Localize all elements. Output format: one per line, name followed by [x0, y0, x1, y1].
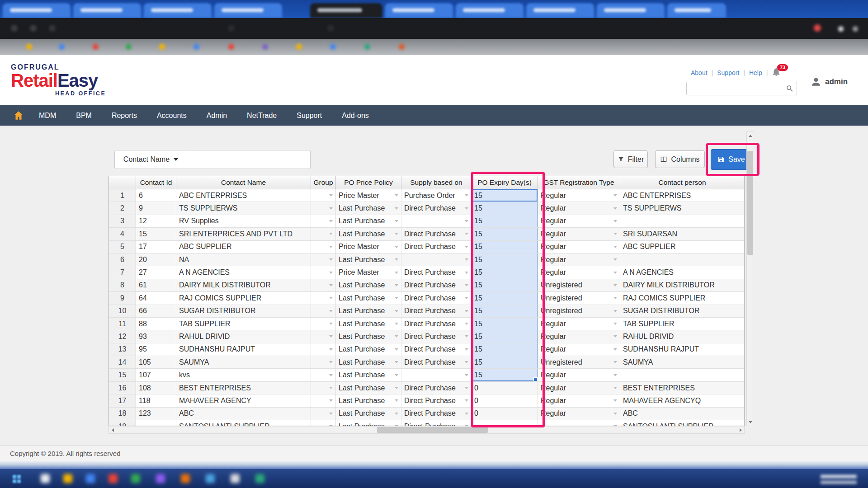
browser-tab[interactable] — [667, 3, 726, 18]
help-link[interactable]: Help — [749, 69, 762, 76]
cell-group[interactable] — [311, 369, 336, 381]
cell-row-number[interactable]: 18 — [109, 408, 136, 420]
cell-policy[interactable]: Last Purchase — [336, 369, 401, 381]
cell-row-number[interactable]: 3 — [109, 215, 136, 228]
cell-supply[interactable]: Direct Purchase — [401, 420, 472, 426]
cell-policy[interactable]: Last Purchase — [336, 228, 401, 240]
cell-gst[interactable]: Regular — [538, 408, 620, 420]
cell-row-number[interactable]: 8 — [109, 279, 136, 292]
cell-contact-name[interactable]: kvs — [176, 369, 311, 381]
cell-contact-name[interactable]: BEST ENTERPRISES — [176, 382, 311, 394]
cell-expiry[interactable]: 15 — [472, 253, 538, 266]
cell-contact-name[interactable]: ABC SUPPLIER — [176, 241, 311, 253]
cell-group[interactable] — [311, 394, 336, 407]
cell-person[interactable]: SANTOSH ANTI SUPPLIER — [620, 420, 744, 426]
cell-contact-name[interactable]: TS SUPPLIERWS — [176, 202, 311, 215]
cell-supply[interactable]: Direct Purchase — [401, 279, 472, 292]
column-header-group[interactable]: Group — [311, 176, 336, 189]
about-link[interactable]: About — [691, 69, 708, 76]
cell-row-number[interactable]: 7 — [109, 266, 136, 279]
cell-expiry[interactable]: 15 — [472, 330, 538, 343]
cell-supply[interactable]: Direct Purchase — [401, 330, 472, 343]
cell-gst[interactable] — [538, 420, 620, 426]
cell-gst[interactable]: Regular — [538, 382, 620, 394]
cell-contact-id[interactable]: 107 — [136, 369, 176, 381]
cell-contact-id[interactable]: 93 — [136, 330, 176, 343]
nav-item-admin[interactable]: Admin — [197, 105, 237, 126]
cell-contact-name[interactable]: TAB SUPPLIER — [176, 318, 311, 330]
cell-row-number[interactable]: 15 — [109, 369, 136, 381]
cell-contact-id[interactable]: 6 — [136, 189, 176, 202]
cell-policy[interactable]: Last Purchase — [336, 215, 401, 228]
cell-expiry[interactable]: 15 — [472, 202, 538, 215]
column-header-po-expiry-days[interactable]: PO Expiry Day(s) — [472, 176, 538, 189]
nav-item-mdm[interactable]: MDM — [29, 105, 66, 126]
nav-item-support[interactable]: Support — [287, 105, 332, 126]
cell-person[interactable]: A N AGENCIES — [620, 266, 744, 279]
cell-expiry[interactable]: 15 — [472, 266, 538, 279]
cell-row-number[interactable]: 19 — [109, 420, 136, 426]
cell-gst[interactable]: Unregistered — [538, 356, 620, 369]
cell-contact-id[interactable]: 105 — [136, 356, 176, 369]
cell-group[interactable] — [311, 343, 336, 356]
horizontal-scrollbar[interactable] — [108, 426, 745, 434]
cell-policy[interactable]: Last Purchase — [336, 330, 401, 343]
column-header-contact-name[interactable]: Contact Name — [176, 176, 311, 189]
scroll-up-arrow[interactable] — [747, 132, 754, 139]
cell-group[interactable] — [311, 266, 336, 279]
cell-group[interactable] — [311, 382, 336, 394]
cell-person[interactable]: SAUMYA — [620, 356, 744, 369]
cell-policy[interactable]: Price Master — [336, 189, 401, 202]
cell-group[interactable] — [311, 215, 336, 228]
cell-policy[interactable]: Last Purchase — [336, 356, 401, 369]
cell-person[interactable]: ABC SUPPLIER — [620, 241, 744, 253]
cell-supply[interactable] — [401, 369, 472, 381]
cell-group[interactable] — [311, 189, 336, 202]
cell-contact-name[interactable]: MAHAVEER AGENCY — [176, 394, 311, 407]
user-menu[interactable]: admin — [810, 76, 848, 88]
cell-gst[interactable]: Regular — [538, 318, 620, 330]
cell-person[interactable]: ABC — [620, 408, 744, 420]
cell-person[interactable]: BEST ENTERPRISES — [620, 382, 744, 394]
cell-contact-name[interactable]: SUDHANSHU RAJPUT — [176, 343, 311, 356]
global-search-input[interactable] — [686, 82, 797, 95]
cell-expiry[interactable]: 15 — [472, 343, 538, 356]
support-link[interactable]: Support — [717, 69, 739, 76]
cell-contact-id[interactable]: 123 — [136, 408, 176, 420]
cell-row-number[interactable]: 2 — [109, 202, 136, 215]
cell-policy[interactable]: Last Purchase — [336, 318, 401, 330]
cell-row-number[interactable]: 6 — [109, 253, 136, 266]
cell-supply[interactable]: Direct Purchase — [401, 305, 472, 318]
cell-supply[interactable]: Direct Purchase — [401, 318, 472, 330]
browser-tab[interactable] — [144, 3, 212, 18]
cell-contact-name[interactable]: RV Supplies — [176, 215, 311, 228]
cell-gst[interactable]: Unregistered — [538, 292, 620, 305]
cell-group[interactable] — [311, 279, 336, 292]
cell-person[interactable]: DAIRY MILK DISTRIBUTOR — [620, 279, 744, 292]
cell-gst[interactable]: Regular — [538, 202, 620, 215]
column-header-gst-registration-type[interactable]: GST Registration Type — [538, 176, 620, 189]
cell-expiry[interactable]: 15 — [472, 279, 538, 292]
save-button[interactable]: Save — [711, 149, 752, 170]
cell-gst[interactable]: Unregistered — [538, 305, 620, 318]
search-icon[interactable] — [786, 84, 794, 94]
cell-row-number[interactable]: 16 — [109, 382, 136, 394]
cell-contact-id[interactable]: 17 — [136, 241, 176, 253]
cell-row-number[interactable]: 4 — [109, 228, 136, 240]
cell-group[interactable] — [311, 292, 336, 305]
column-selector-dropdown[interactable]: Contact Name — [114, 150, 187, 169]
cell-contact-id[interactable]: 118 — [136, 394, 176, 407]
cell-row-number[interactable]: 13 — [109, 343, 136, 356]
windows-start-icon[interactable] — [13, 475, 16, 479]
cell-person[interactable]: RAHUL DRIVID — [620, 330, 744, 343]
browser-tab[interactable] — [73, 3, 141, 18]
cell-person[interactable] — [620, 369, 744, 381]
cell-contact-id[interactable]: 95 — [136, 343, 176, 356]
cell-supply[interactable] — [401, 253, 472, 266]
cell-contact-id[interactable]: 12 — [136, 215, 176, 228]
cell-group[interactable] — [311, 318, 336, 330]
cell-contact-name[interactable]: RAJ COMICS SUPPLIER — [176, 292, 311, 305]
cell-group[interactable] — [311, 253, 336, 266]
cell-policy[interactable]: Last Purchase — [336, 394, 401, 407]
cell-contact-name[interactable]: SANTOSH ANTI SUPPLIER — [176, 420, 311, 426]
